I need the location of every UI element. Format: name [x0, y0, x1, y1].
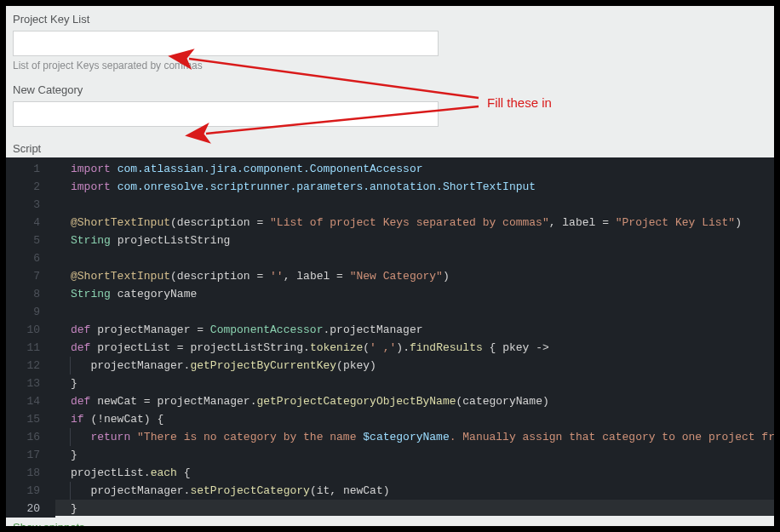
code-line[interactable]: @ShortTextInput(description = '', label …	[71, 267, 774, 285]
code-line[interactable]: projectManager.getProjectByCurrentKey(pk…	[71, 357, 774, 375]
code-line[interactable]: return "There is no category by the name…	[71, 428, 774, 446]
project-key-list-help: List of project Keys separated by commas	[13, 60, 767, 72]
show-snippets-label: Show snippets	[13, 521, 85, 526]
code-line[interactable]: if (!newCat) {	[71, 410, 774, 428]
code-line[interactable]: }	[71, 446, 774, 464]
new-category-label: New Category	[13, 83, 767, 96]
gutter-line-number: 20	[6, 500, 55, 518]
code-line[interactable]: String projectListString	[71, 232, 774, 249]
code-line[interactable]: }	[71, 375, 774, 392]
gutter-line-number: 7	[6, 267, 55, 285]
code-line[interactable]	[71, 196, 774, 214]
gutter-line-number: 12	[6, 357, 55, 375]
gutter-line-number: 18	[6, 464, 55, 482]
gutter-line-number: 8	[6, 285, 55, 303]
gutter-line-number: 2	[6, 178, 55, 196]
gutter-line-number: 1	[6, 160, 55, 178]
annotation-text: Fill these in	[487, 95, 552, 110]
gutter-line-number: 6	[6, 249, 55, 267]
gutter-line-number: 10	[6, 321, 55, 339]
gutter-line-number: 9	[6, 303, 55, 321]
new-category-input[interactable]	[13, 101, 439, 127]
gutter-line-number: 15	[6, 410, 55, 428]
code-editor[interactable]: 1234567891011121314151617181920 import c…	[6, 157, 774, 516]
code-line[interactable]: def projectList = projectListString.toke…	[71, 339, 774, 357]
code-line[interactable]: projectList.each {	[71, 464, 774, 482]
gutter-line-number: 19	[6, 482, 55, 500]
gutter-line-number: 14	[6, 392, 55, 410]
project-key-list-input[interactable]	[13, 31, 439, 56]
gutter-line-number: 13	[6, 375, 55, 392]
code-line[interactable]	[71, 303, 774, 321]
gutter-line-number: 17	[6, 446, 55, 464]
code-line[interactable]: projectManager.setProjectCategory(it, ne…	[71, 482, 774, 500]
code-line[interactable]: import com.onresolve.scriptrunner.parame…	[71, 178, 774, 196]
code-line[interactable]: String categoryName	[71, 285, 774, 303]
project-key-list-label: Project Key List	[13, 13, 767, 26]
script-label: Script	[6, 142, 774, 157]
expand-icon: ⌄	[89, 521, 98, 526]
gutter-line-number: 4	[6, 214, 55, 232]
code-line[interactable]	[71, 249, 774, 267]
code-line[interactable]: @ShortTextInput(description = "List of p…	[71, 214, 774, 232]
gutter-line-number: 3	[6, 196, 55, 214]
code-line[interactable]: def newCat = projectManager.getProjectCa…	[71, 392, 774, 410]
gutter-line-number: 5	[6, 232, 55, 249]
code-line[interactable]: import com.atlassian.jira.component.Comp…	[71, 160, 774, 178]
gutter-line-number: 11	[6, 339, 55, 357]
code-line[interactable]: def projectManager = ComponentAccessor.p…	[71, 321, 774, 339]
gutter-line-number: 16	[6, 428, 55, 446]
